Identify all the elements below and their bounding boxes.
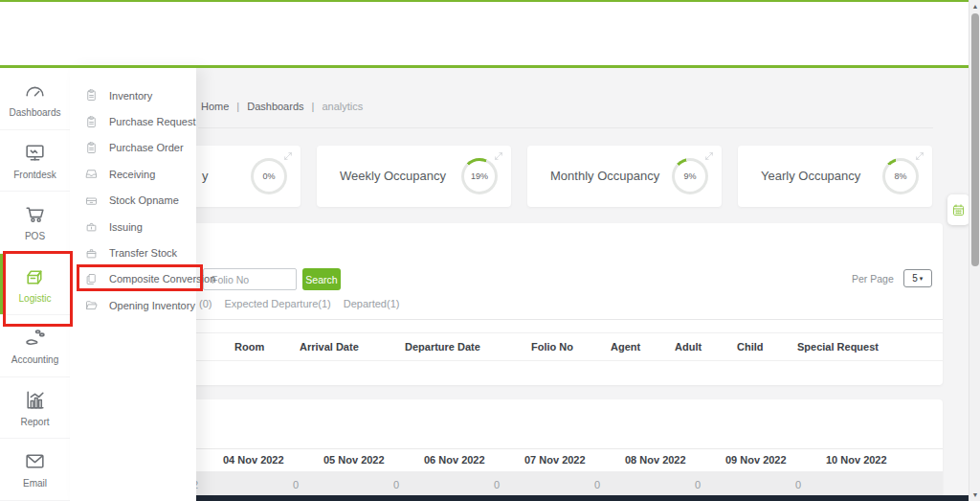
per-page-select[interactable]: 5▾ — [903, 269, 932, 287]
box-out-icon — [84, 219, 99, 234]
bar-chart-icon — [23, 388, 47, 412]
submenu-item-label: Stock Opname — [109, 194, 179, 206]
expand-icon[interactable] — [704, 151, 714, 161]
submenu-item-label: Receiving — [109, 169, 155, 180]
occupancy-percent: 19% — [471, 171, 488, 181]
forecast-date-cell: 08 Nov 2022 — [594, 454, 695, 466]
occupancy-percent: 0% — [262, 171, 275, 181]
sidebar-item[interactable]: Dashboards — [0, 68, 70, 130]
clipboard-icon — [84, 115, 99, 129]
occupancy-card-title: Monthly Occupancy — [550, 169, 659, 183]
submenu-item[interactable]: Composite Conversion — [70, 266, 196, 292]
sidebar-item-label: Dashboards — [10, 107, 61, 118]
submenu-item[interactable]: Inventory — [70, 82, 196, 108]
folder-open-icon — [84, 298, 99, 312]
forecast-date-cell: 09 Nov 2022 — [695, 454, 795, 466]
submenu-item[interactable]: Purchase Request — [70, 108, 196, 134]
forecast-value-cell: 0 — [594, 479, 695, 490]
bottom-scroll-bar[interactable] — [183, 495, 969, 501]
sidebar-item[interactable]: Frontdesk — [0, 130, 70, 193]
submenu-item-label: Composite Conversion — [109, 273, 215, 285]
forecast-date-cell: 04 Nov 2022 — [192, 454, 293, 466]
submenu-item-label: Transfer Stock — [109, 247, 177, 259]
box-in-icon — [84, 246, 99, 261]
folio-no-input[interactable] — [203, 268, 297, 290]
drawer-icon — [84, 194, 99, 208]
calendar-quick-button[interactable] — [947, 194, 969, 225]
submenu-item[interactable]: Transfer Stock — [70, 239, 196, 265]
forecast-value-cell: 0 — [393, 479, 494, 490]
occupancy-card-title: y — [202, 169, 209, 183]
submenu-item[interactable]: Opening Inventory — [70, 292, 196, 318]
guest-table-bottom-line — [183, 360, 943, 361]
sidebar-item[interactable]: Logistic — [0, 254, 70, 316]
occupancy-card-title: Yearly Occupancy — [761, 169, 860, 183]
forecast-date-cell: 06 Nov 2022 — [393, 454, 494, 466]
expand-icon[interactable] — [494, 151, 503, 161]
sidebar-item-label: Report — [20, 417, 49, 427]
guest-tab[interactable]: Expected Departure(1) — [224, 298, 330, 309]
breadcrumb-current: analytics — [322, 101, 363, 112]
forecast-table-divider — [183, 448, 943, 449]
sidebar-item[interactable]: Accounting — [0, 315, 70, 377]
sidebar-item-label: Email — [23, 478, 47, 489]
breadcrumb-separator: | — [236, 101, 239, 112]
submenu-item-label: Issuing — [109, 221, 143, 233]
submenu-item-label: Inventory — [109, 90, 152, 102]
clipboard-icon — [84, 141, 99, 155]
forecast-date-cell: 10 Nov 2022 — [795, 454, 896, 466]
app-window: 05 Nov 2022 G GuestPro ▾ Admin ▾ Dashboa… — [0, 0, 980, 501]
expand-icon[interactable] — [283, 151, 293, 161]
submenu-item[interactable]: Receiving — [70, 161, 196, 187]
breadcrumb-home[interactable]: Home — [201, 101, 229, 112]
package-icon — [23, 264, 47, 288]
breadcrumb-dashboards[interactable]: Dashboards — [247, 101, 303, 112]
search-button[interactable]: Search — [302, 268, 341, 290]
guest-table-top-line — [183, 332, 943, 333]
breadcrumb-divider — [198, 127, 933, 128]
guest-tab[interactable]: Departed(1) — [344, 298, 400, 309]
clipboard-icon — [84, 88, 99, 102]
sidebar-item[interactable]: Report — [0, 377, 70, 440]
sidebar-item[interactable]: POS — [0, 192, 70, 254]
guest-table-header-row: Room Arrival Date Departure Date Folio N… — [234, 341, 931, 353]
occupancy-card-title: Weekly Occupancy — [340, 169, 446, 183]
per-page-control: Per Page 5▾ — [852, 269, 932, 287]
forecast-value-cell: 0 — [293, 479, 393, 490]
submenu-item[interactable]: Issuing — [70, 214, 196, 239]
occupancy-percent: 8% — [894, 171, 906, 181]
forecast-value-cell: 2 — [192, 479, 293, 490]
submenu-item[interactable]: Stock Opname — [70, 188, 196, 214]
scrollbar-down-arrow[interactable]: ▼ — [969, 491, 980, 498]
per-page-label: Per Page — [852, 273, 894, 285]
breadcrumb-separator: | — [312, 101, 315, 112]
envelope-icon — [23, 449, 47, 473]
sidebar-item-label: Frontdesk — [13, 170, 56, 180]
guest-table-header-cell: Arrival Date — [300, 341, 405, 353]
guest-table-header-cell: Departure Date — [405, 341, 531, 353]
guest-table-header-cell: Child — [737, 341, 797, 353]
scrollbar-thumb[interactable] — [971, 13, 979, 266]
guest-tab[interactable]: (0) — [199, 298, 212, 309]
sidebar-item[interactable]: Email — [0, 439, 70, 501]
tabs-divider — [183, 319, 943, 320]
occupancy-ring: 8% — [882, 158, 919, 194]
forecast-date-header-row: 04 Nov 2022 05 Nov 2022 06 Nov 2022 07 N… — [192, 454, 896, 466]
per-page-caret-icon: ▾ — [920, 275, 924, 283]
header-accent-line — [0, 65, 969, 68]
scrollbar-up-arrow[interactable]: ▲ — [969, 3, 980, 10]
breadcrumb: Home | Dashboards | analytics — [201, 101, 363, 112]
monitor-icon — [23, 141, 47, 165]
submenu-item-label: Opening Inventory — [109, 300, 195, 311]
header-bar — [0, 2, 969, 65]
gauge-icon — [23, 79, 47, 102]
submenu-item[interactable]: Purchase Order — [70, 135, 196, 161]
forecast-date-cell: 07 Nov 2022 — [494, 454, 594, 466]
guest-tabs: (0) Expected Departure(1) Departed(1) — [199, 298, 399, 309]
guest-table-header-cell: Folio No — [531, 341, 611, 353]
occupancy-ring: 0% — [251, 158, 287, 194]
occupancy-percent: 9% — [683, 171, 696, 181]
expand-icon[interactable] — [915, 151, 924, 161]
occupancy-card: Weekly Occupancy 19% — [317, 146, 511, 207]
hand-coins-icon — [23, 326, 47, 350]
